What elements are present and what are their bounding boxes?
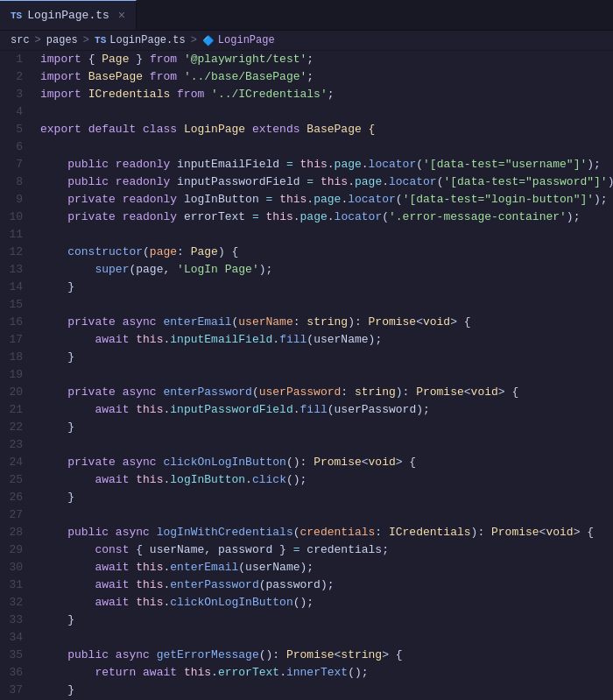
line-content-26: } (37, 489, 613, 506)
line-content-21: await this.inputPasswordField.fill(userP… (37, 401, 613, 419)
breadcrumb-file: LoginPage.ts (109, 34, 185, 46)
line-content-10: private readonly errorText = this.page.l… (37, 209, 613, 226)
code-line-22: 22 } (0, 419, 613, 436)
line-num-18: 18 (0, 349, 37, 366)
line-num-33: 33 (0, 612, 37, 629)
line-content-37: } (37, 682, 613, 699)
code-line-5: 5 export default class LoginPage extends… (0, 121, 613, 138)
code-line-35: 35 public async getErrorMessage(): Promi… (0, 647, 613, 664)
line-content-24: private async clickOnLogInButton(): Prom… (37, 454, 613, 471)
tab-bar: TS LoginPage.ts × (0, 0, 613, 31)
line-num-14: 14 (0, 279, 37, 296)
line-num-12: 12 (0, 244, 37, 261)
line-num-31: 31 (0, 576, 37, 594)
line-content-31: await this.enterPassword(password); (37, 576, 613, 594)
line-content-29: const { userName, password } = credentia… (37, 541, 613, 559)
line-num-2: 2 (0, 68, 37, 86)
line-content-14: } (37, 279, 613, 296)
line-content-5: export default class LoginPage extends B… (37, 121, 613, 138)
code-line-15: 15 (0, 296, 613, 314)
line-num-5: 5 (0, 121, 37, 138)
line-num-28: 28 (0, 524, 37, 541)
line-num-3: 3 (0, 86, 37, 103)
line-content-9: private readonly logInButton = this.page… (37, 191, 613, 209)
code-line-6: 6 (0, 138, 613, 156)
code-line-7: 7 public readonly inputEmailField = this… (0, 156, 613, 173)
code-line-30: 30 await this.enterEmail(userName); (0, 559, 613, 576)
line-content-27 (37, 506, 613, 524)
line-num-30: 30 (0, 559, 37, 576)
code-line-12: 12 constructor(page: Page) { (0, 244, 613, 261)
line-content-33: } (37, 612, 613, 629)
code-line-28: 28 public async logInWithCredentials(cre… (0, 524, 613, 541)
breadcrumb: src > pages > TS LoginPage.ts > 🔷 LoginP… (0, 31, 613, 51)
line-num-24: 24 (0, 454, 37, 471)
line-content-35: public async getErrorMessage(): Promise<… (37, 647, 613, 664)
line-content-25: await this.logInButton.click(); (37, 471, 613, 489)
code-editor[interactable]: 1 import { Page } from '@playwright/test… (0, 51, 613, 700)
line-content-1: import { Page } from '@playwright/test'; (37, 51, 613, 68)
code-line-24: 24 private async clickOnLogInButton(): P… (0, 454, 613, 471)
breadcrumb-src: src (11, 34, 30, 46)
code-line-27: 27 (0, 506, 613, 524)
line-content-32: await this.clickOnLogInButton(); (37, 594, 613, 612)
breadcrumb-class-icon: 🔷 (202, 35, 215, 46)
code-line-29: 29 const { userName, password } = creden… (0, 541, 613, 559)
line-content-36: return await this.errorText.innerText(); (37, 664, 613, 682)
line-content-13: super(page, 'LogIn Page'); (37, 261, 613, 279)
breadcrumb-pages: pages (46, 34, 78, 46)
line-content-11 (37, 226, 613, 244)
code-line-4: 4 (0, 103, 613, 121)
line-num-7: 7 (0, 156, 37, 173)
code-line-11: 11 (0, 226, 613, 244)
code-line-32: 32 await this.clickOnLogInButton(); (0, 594, 613, 612)
code-line-18: 18 } (0, 349, 613, 366)
code-line-13: 13 super(page, 'LogIn Page'); (0, 261, 613, 279)
line-content-2: import BasePage from '../base/BasePage'; (37, 68, 613, 86)
close-icon[interactable]: × (118, 9, 125, 23)
code-line-8: 8 public readonly inputPasswordField = t… (0, 173, 613, 191)
line-num-6: 6 (0, 138, 37, 156)
code-line-19: 19 (0, 366, 613, 384)
line-num-26: 26 (0, 489, 37, 506)
code-line-16: 16 private async enterEmail(userName: st… (0, 314, 613, 331)
line-num-21: 21 (0, 401, 37, 419)
line-num-36: 36 (0, 664, 37, 682)
code-line-14: 14 } (0, 279, 613, 296)
line-content-23 (37, 436, 613, 454)
line-num-1: 1 (0, 51, 37, 68)
line-num-17: 17 (0, 331, 37, 349)
code-line-25: 25 await this.logInButton.click(); (0, 471, 613, 489)
code-line-21: 21 await this.inputPasswordField.fill(us… (0, 401, 613, 419)
line-num-23: 23 (0, 436, 37, 454)
line-num-27: 27 (0, 506, 37, 524)
code-line-36: 36 return await this.errorText.innerText… (0, 664, 613, 682)
code-line-34: 34 (0, 629, 613, 647)
line-content-30: await this.enterEmail(userName); (37, 559, 613, 576)
line-num-10: 10 (0, 209, 37, 226)
line-num-32: 32 (0, 594, 37, 612)
line-content-3: import ICredentials from '../ICredential… (37, 86, 613, 103)
line-num-15: 15 (0, 296, 37, 314)
code-line-20: 20 private async enterPassword(userPassw… (0, 384, 613, 401)
tab-loginpage[interactable]: TS LoginPage.ts × (0, 0, 137, 30)
code-line-10: 10 private readonly errorText = this.pag… (0, 209, 613, 226)
line-content-28: public async logInWithCredentials(creden… (37, 524, 613, 541)
line-num-29: 29 (0, 541, 37, 559)
line-num-9: 9 (0, 191, 37, 209)
line-num-13: 13 (0, 261, 37, 279)
code-line-33: 33 } (0, 612, 613, 629)
code-line-37: 37 } (0, 682, 613, 699)
line-content-4 (37, 103, 613, 121)
ts-badge: TS (11, 11, 22, 21)
line-num-4: 4 (0, 103, 37, 121)
code-line-1: 1 import { Page } from '@playwright/test… (0, 51, 613, 68)
line-num-8: 8 (0, 173, 37, 191)
line-content-8: public readonly inputPasswordField = thi… (37, 173, 613, 191)
line-content-20: private async enterPassword(userPassword… (37, 384, 613, 401)
line-content-34 (37, 629, 613, 647)
line-num-11: 11 (0, 226, 37, 244)
code-line-17: 17 await this.inputEmailField.fill(userN… (0, 331, 613, 349)
line-content-16: private async enterEmail(userName: strin… (37, 314, 613, 331)
line-num-34: 34 (0, 629, 37, 647)
